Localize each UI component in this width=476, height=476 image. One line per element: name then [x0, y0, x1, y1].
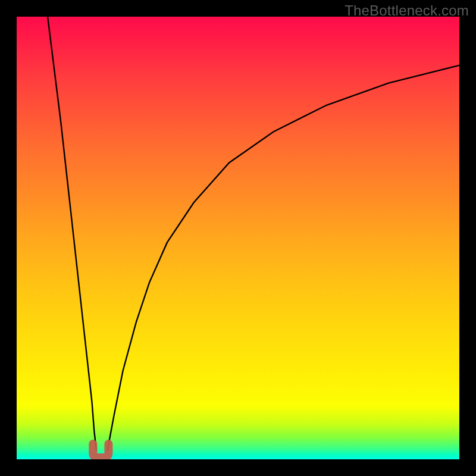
plot-area [17, 17, 459, 459]
curve-right-branch [108, 65, 459, 450]
outer-frame: TheBottleneck.com [0, 0, 476, 476]
watermark-label: TheBottleneck.com [345, 2, 469, 19]
bottleneck-curve [17, 17, 459, 459]
curve-left-branch [48, 17, 96, 450]
